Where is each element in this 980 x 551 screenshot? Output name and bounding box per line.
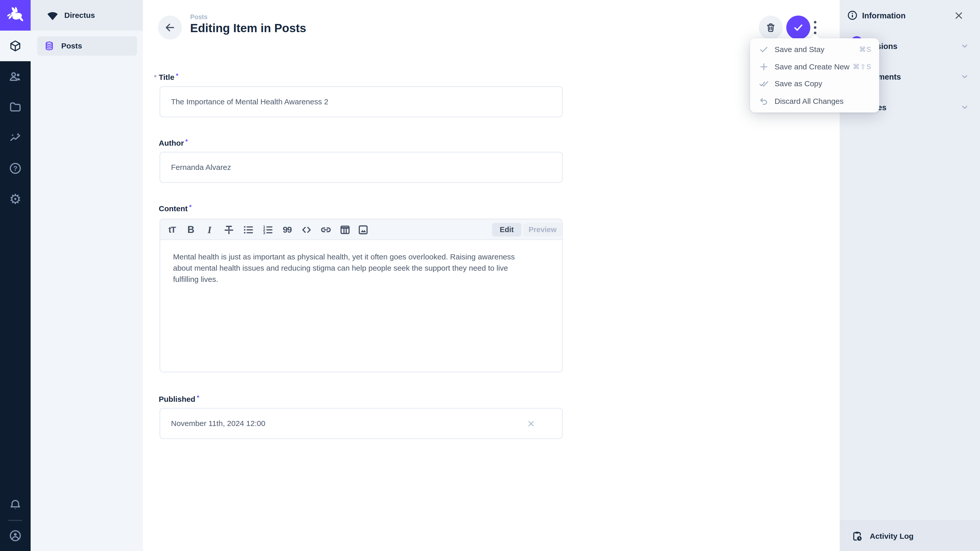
svg-text:3: 3 <box>263 231 265 235</box>
bullet-list-button[interactable] <box>239 219 258 240</box>
directus-app: ? ⚙ <box>0 0 980 551</box>
people-icon <box>8 70 22 83</box>
double-check-icon <box>759 79 769 89</box>
tab-preview[interactable]: Preview <box>523 223 562 237</box>
plus-icon <box>759 62 769 72</box>
close-sidebar-button[interactable] <box>953 10 964 21</box>
content-line: Mental health is just as important as ph… <box>173 251 553 262</box>
sidebar-item-posts[interactable]: Posts <box>37 36 137 56</box>
code-button[interactable] <box>297 219 316 240</box>
module-help[interactable]: ? <box>0 153 30 184</box>
insights-icon <box>8 131 22 144</box>
content-field-label: Content* <box>159 203 192 213</box>
activity-log-label: Activity Log <box>870 532 914 540</box>
italic-icon: I <box>208 224 212 235</box>
project-name: Directus <box>64 11 95 20</box>
check-icon <box>792 21 804 34</box>
close-icon <box>953 10 964 21</box>
text-size-icon: tT <box>169 225 176 235</box>
wifi-icon <box>46 9 59 21</box>
account-icon <box>8 529 22 543</box>
editor-toolbar: tT B I <box>160 219 562 240</box>
folder-icon <box>8 100 22 114</box>
menu-item-save-as-copy[interactable]: Save as Copy <box>750 75 879 92</box>
database-icon <box>44 41 55 51</box>
menu-item-discard-all-changes[interactable]: Discard All Changes <box>750 93 879 110</box>
tab-edit[interactable]: Edit <box>492 223 522 237</box>
keyboard-shortcut: ⌘S <box>859 45 872 54</box>
clear-date-button[interactable] <box>527 419 536 428</box>
strikethrough-button[interactable] <box>220 219 239 240</box>
bold-icon: B <box>187 224 194 235</box>
strikethrough-icon <box>223 224 235 236</box>
module-bar: ? ⚙ <box>0 0 30 551</box>
trash-icon <box>765 22 776 33</box>
code-icon <box>301 224 313 236</box>
undo-icon <box>759 96 769 106</box>
image-icon <box>357 224 369 236</box>
text-size-button[interactable]: tT <box>162 219 181 240</box>
numbered-list-icon: 1 2 3 <box>262 224 274 236</box>
directus-logo[interactable] <box>0 0 30 30</box>
back-button[interactable] <box>158 16 182 40</box>
module-settings[interactable]: ⚙ <box>0 184 30 214</box>
check-icon <box>759 44 769 55</box>
link-button[interactable] <box>317 219 335 240</box>
user-menu-button[interactable] <box>0 520 30 551</box>
activity-log-button[interactable]: Activity Log <box>840 521 980 551</box>
project-chooser[interactable]: Directus <box>30 0 143 30</box>
blockquote-icon: 99 <box>281 224 293 236</box>
module-files[interactable] <box>0 92 30 122</box>
author-input[interactable] <box>159 152 563 183</box>
sidebar-item-label: Posts <box>61 41 82 50</box>
required-mark: * <box>176 72 178 79</box>
gear-icon: ⚙ <box>9 192 21 206</box>
image-button[interactable] <box>354 219 372 240</box>
help-icon: ? <box>8 162 22 175</box>
bullet-list-icon <box>242 224 255 236</box>
required-mark: * <box>189 203 191 210</box>
main-content: Posts Editing Item in Posts <box>143 0 840 551</box>
required-mark: * <box>197 394 199 401</box>
info-icon <box>847 10 858 21</box>
edited-dot <box>154 75 156 77</box>
svg-text:99: 99 <box>283 225 292 234</box>
chevron-down-icon <box>960 72 969 81</box>
required-mark: * <box>185 138 188 145</box>
module-insights[interactable] <box>0 122 30 153</box>
content-line: about mental health issues and reducing … <box>173 262 553 274</box>
chevron-down-icon <box>960 102 969 112</box>
box-icon <box>9 39 22 52</box>
save-options-menu: Save and Stay ⌘S Save and Create New ⌘⇧S… <box>750 38 879 113</box>
italic-button[interactable]: I <box>200 219 219 240</box>
table-icon <box>339 224 351 236</box>
notifications-button[interactable] <box>0 489 30 520</box>
page-title: Editing Item in Posts <box>190 21 306 35</box>
clipboard-clock-icon <box>851 530 863 542</box>
published-field-label: Published* <box>159 394 199 403</box>
chevron-down-icon <box>960 41 969 51</box>
keyboard-shortcut: ⌘⇧S <box>853 63 872 71</box>
title-input[interactable] <box>159 86 563 118</box>
table-button[interactable] <box>336 219 355 240</box>
close-icon <box>527 419 536 428</box>
link-icon <box>320 224 332 236</box>
svg-text:?: ? <box>13 165 18 172</box>
dots-vertical-icon <box>814 21 816 24</box>
content-line: fulfilling lives. <box>173 274 553 285</box>
delete-button[interactable] <box>759 16 783 40</box>
published-input[interactable] <box>159 408 563 439</box>
module-users[interactable] <box>0 61 30 92</box>
content-textarea[interactable]: Mental health is just as important as ph… <box>173 251 553 285</box>
author-field-label: Author* <box>159 138 188 148</box>
menu-item-save-and-create-new[interactable]: Save and Create New ⌘⇧S <box>750 58 879 75</box>
rabbit-icon <box>6 6 25 25</box>
module-content[interactable] <box>0 30 30 61</box>
blockquote-button[interactable]: 99 <box>278 219 297 240</box>
bold-button[interactable]: B <box>181 219 200 240</box>
sidebar-title: Information <box>862 11 906 21</box>
menu-item-save-and-stay[interactable]: Save and Stay ⌘S <box>750 41 879 58</box>
breadcrumb[interactable]: Posts <box>190 13 207 21</box>
arrow-left-icon <box>164 21 176 34</box>
numbered-list-button[interactable]: 1 2 3 <box>258 219 277 240</box>
